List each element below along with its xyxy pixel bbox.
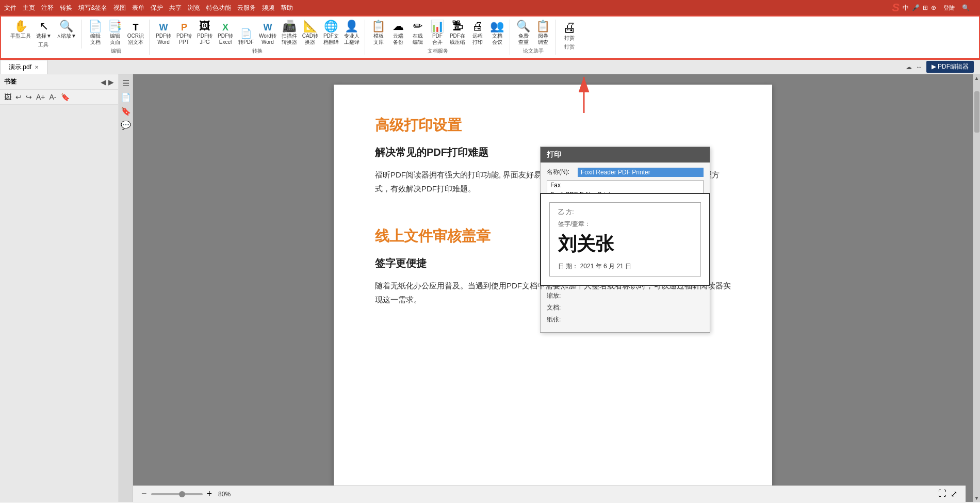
doc-meeting-icon: 👥 bbox=[490, 21, 504, 32]
menu-help[interactable]: 帮助 bbox=[281, 4, 293, 12]
zoom-slider[interactable] bbox=[151, 493, 203, 495]
left-panel-comment-icon[interactable]: 💬 bbox=[121, 120, 131, 130]
edit-page-btn[interactable]: 📑 编辑页面 bbox=[106, 20, 124, 46]
cloud-backup-btn[interactable]: ☁ 云端备份 bbox=[389, 20, 407, 46]
to-pdf-btn[interactable]: 📄 转PDF bbox=[236, 28, 256, 46]
left-panel-nav-icon[interactable]: ☰ bbox=[122, 78, 129, 88]
section-sign: 线上文件审核盖章 签字更便捷 随着无纸化办公应用普及。当遇到使用PDF文档中需要… bbox=[375, 226, 731, 306]
zoom-plus-icon[interactable]: + bbox=[207, 489, 213, 499]
pdf-compress-label: PDF在线压缩 bbox=[450, 33, 465, 45]
scan-converter-btn[interactable]: 📠 扫描件转换器 bbox=[280, 20, 299, 46]
ocr-btn[interactable]: T OCR识别文本 bbox=[125, 22, 146, 46]
cad-converter-btn[interactable]: 📐 CAD转换器 bbox=[300, 20, 320, 46]
online-edit-icon: ✏ bbox=[413, 21, 422, 32]
menu-browse[interactable]: 浏览 bbox=[188, 4, 200, 12]
free-check-btn[interactable]: 🔍 免费查重 bbox=[514, 20, 533, 46]
menu-cloud[interactable]: 云服务 bbox=[237, 4, 256, 12]
ribbon-group-print: 🖨 打赏 打赏 bbox=[557, 20, 582, 51]
menu-special[interactable]: 特色功能 bbox=[206, 4, 231, 12]
scrollbar-up-btn[interactable]: ▲ bbox=[974, 75, 979, 81]
pdf-merge-label: PDF合并 bbox=[432, 33, 443, 45]
sidebar-next-btn[interactable]: ▶ bbox=[108, 78, 114, 86]
menu-protect[interactable]: 保护 bbox=[151, 4, 163, 12]
menu-convert[interactable]: 转换 bbox=[60, 4, 72, 12]
ocr-label: OCR识别文本 bbox=[127, 33, 144, 45]
review-btn[interactable]: 📋 阅卷调查 bbox=[534, 20, 552, 46]
left-panel-page-icon[interactable]: 📄 bbox=[121, 92, 131, 102]
menu-annotation[interactable]: 注释 bbox=[41, 4, 54, 12]
sidebar-font-down-icon[interactable]: A- bbox=[48, 92, 58, 102]
online-edit-btn[interactable]: ✏ 在线编辑 bbox=[409, 20, 427, 46]
doc-svc-group-label: 论文助手 bbox=[523, 47, 544, 55]
doc-meeting-btn[interactable]: 👥 文档会议 bbox=[488, 20, 507, 46]
fit-page-icon[interactable]: ⛶ bbox=[938, 489, 946, 499]
print-name-selected[interactable]: Foxit Reader PDF Printer bbox=[578, 168, 704, 177]
print-btn[interactable]: 🖨 打赏 bbox=[560, 20, 579, 42]
menu-form[interactable]: 表单 bbox=[132, 4, 144, 12]
sidebar-bookmark-icon[interactable]: 🔖 bbox=[60, 92, 71, 102]
cloud-backup-icon: ☁ bbox=[393, 21, 404, 32]
pdf-compress-btn[interactable]: 🗜 PDF在线压缩 bbox=[448, 20, 467, 46]
edit-doc-btn[interactable]: 📄 编辑文档 bbox=[86, 20, 105, 46]
sidebar-font-up-icon[interactable]: A+ bbox=[35, 92, 46, 102]
zoom-btn[interactable]: 🔍 ∧缩放▼ bbox=[55, 20, 78, 40]
pdf-scrollbar[interactable]: ▲ ▼ bbox=[973, 74, 980, 502]
print-row-name: 名称(N): Foxit Reader PDF Printer bbox=[547, 168, 704, 177]
lang-icon[interactable]: 中 bbox=[903, 4, 909, 12]
menu-share[interactable]: 共享 bbox=[169, 4, 182, 12]
pdf-to-ppt-btn[interactable]: P PDF转PPT bbox=[174, 22, 194, 46]
select-btn[interactable]: ↖ 选择▼ bbox=[34, 20, 54, 40]
pdf-translate-btn[interactable]: 🌐 PDF文档翻译 bbox=[321, 20, 341, 46]
review-icon: 📋 bbox=[536, 21, 550, 32]
scrollbar-down-btn[interactable]: ▼ bbox=[974, 495, 979, 501]
mic-icon[interactable]: 🎤 bbox=[912, 4, 920, 11]
pdf-to-jpg-btn[interactable]: 🖼 PDF转JPG bbox=[195, 20, 215, 46]
scrollbar-thumb[interactable] bbox=[974, 91, 979, 133]
pdf-area[interactable]: 高级打印设置 解决常见的PDF打印难题 福昕PDF阅读器拥有强大的打印功能, 界… bbox=[133, 74, 973, 502]
print-list-item-fax[interactable]: Fax bbox=[547, 181, 703, 190]
menu-view[interactable]: 视图 bbox=[113, 4, 126, 12]
pdf-merge-btn[interactable]: 📊 PDF合并 bbox=[428, 20, 447, 46]
sidebar-prev-btn[interactable]: ◀ bbox=[101, 78, 106, 86]
pro-translate-btn[interactable]: 👤 专业人工翻译 bbox=[342, 20, 362, 46]
tab-close-btn[interactable]: ✕ bbox=[35, 64, 39, 70]
sidebar-content bbox=[0, 105, 118, 502]
sidebar-redo-icon[interactable]: ↪ bbox=[25, 92, 33, 102]
cloud-sync-icon[interactable]: ☁ bbox=[906, 63, 912, 71]
ribbon: ✋ 手型工具 ↖ 选择▼ 🔍 ∧缩放▼ 工具 bbox=[0, 15, 980, 59]
sidebar-thumbnail-icon[interactable]: 🖼 bbox=[3, 92, 12, 102]
fullscreen-icon[interactable]: ⤢ bbox=[951, 489, 957, 499]
login-btn[interactable]: 登陆 bbox=[943, 4, 955, 12]
top-right-logo: S 中 🎤 ⊞ ⊕ 登陆 🔍 bbox=[892, 1, 976, 14]
left-panel-bookmark-icon[interactable]: 🔖 bbox=[121, 106, 131, 116]
pdf-editor-btn[interactable]: ▶ PDF编辑器 bbox=[926, 61, 974, 73]
hand-tool-btn[interactable]: ✋ 手型工具 bbox=[8, 20, 33, 40]
pdf-to-word-btn[interactable]: W PDF转Word bbox=[154, 22, 173, 46]
pdf-to-excel-btn[interactable]: X PDF转Excel bbox=[216, 22, 235, 46]
review-label: 阅卷调查 bbox=[538, 33, 548, 45]
grid-icon[interactable]: ⊞ bbox=[923, 4, 928, 11]
hand-tool-label: 手型工具 bbox=[10, 33, 31, 39]
sync-icon[interactable]: ↔ bbox=[916, 63, 922, 71]
edit-group-label: 编辑 bbox=[111, 47, 121, 55]
plus-icon[interactable]: ⊕ bbox=[931, 4, 936, 11]
template-btn[interactable]: 📋 模板文库 bbox=[369, 20, 388, 46]
remote-print-btn[interactable]: 🖨 远程打印 bbox=[468, 20, 487, 46]
search-icon[interactable]: 🔍 bbox=[962, 4, 970, 11]
tools-group-label: 工具 bbox=[38, 41, 48, 48]
sidebar-controls[interactable]: ◀ ▶ bbox=[101, 78, 114, 86]
ocr-icon: T bbox=[133, 23, 138, 32]
menu-bar[interactable]: 文件 主页 注释 转换 填写&签名 视图 表单 保护 共享 浏览 特色功能 云服… bbox=[4, 4, 293, 12]
word-to-word-btn[interactable]: W Word转Word bbox=[257, 22, 279, 46]
pdf-to-ppt-icon: P bbox=[181, 23, 187, 32]
menu-freq[interactable]: 频频 bbox=[262, 4, 274, 12]
zoom-out-icon[interactable]: − bbox=[141, 489, 147, 499]
tab-bar-right: ☁ ↔ ▶ PDF编辑器 bbox=[906, 61, 980, 73]
menu-home[interactable]: 主页 bbox=[23, 4, 35, 12]
tab-demo-pdf[interactable]: 演示.pdf ✕ bbox=[0, 60, 47, 74]
menu-file[interactable]: 文件 bbox=[4, 4, 17, 12]
print-label: 打赏 bbox=[564, 35, 575, 41]
menu-fill-sign[interactable]: 填写&签名 bbox=[78, 4, 107, 12]
sidebar-undo-icon[interactable]: ↩ bbox=[14, 92, 23, 102]
bottom-bar: − + 80% ⛶ ⤢ bbox=[133, 485, 966, 502]
